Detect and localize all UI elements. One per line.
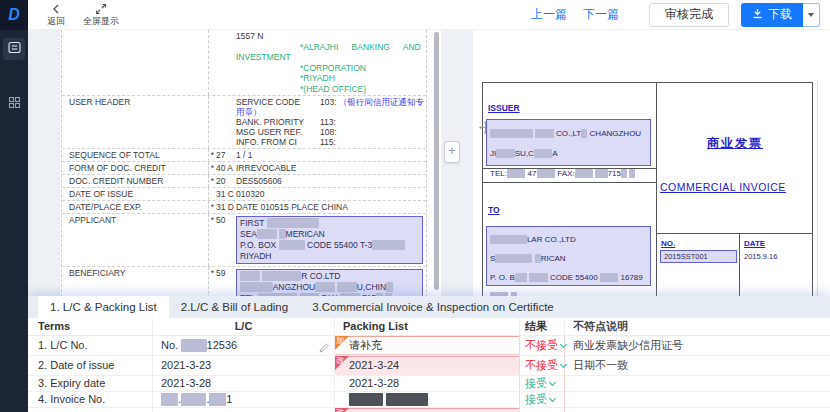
result-select[interactable]: 接受 (520, 376, 565, 391)
redacted-text: ████████ (267, 218, 319, 228)
lc-document-panel[interactable]: 1557 N*ALRAJHI BANKING ANDINVESTMENT*COR… (60, 30, 441, 296)
issuer-highlight-box[interactable]: ███████ ███ CO.,LT█ CHANGZHOU JI███SU,C█… (486, 119, 651, 166)
lc-value-cell: 2021-3-23 (153, 356, 335, 375)
panel-expand-button[interactable]: + (444, 141, 460, 163)
comparison-table: Terms L/C Packing List 结果 不符点说明 1. L/C N… (28, 318, 830, 412)
lc-value-cell: ██.███.██1 (153, 392, 335, 407)
swift-header-line: *ALRAJHI BANKING AND (236, 42, 424, 53)
comparison-row: 3. Expiry date2021-3-282021-3-28接受 (28, 376, 830, 392)
result-select (520, 408, 565, 412)
top-toolbar: 返回 全屏显示 上一篇 下一篇 审核完成 下载 (28, 0, 830, 30)
swift-header-line: *CORPORATION (236, 63, 424, 74)
lc-value-cell: No. ███12536 (153, 336, 335, 355)
invoice-vline (656, 83, 657, 296)
invoice-document-panel[interactable]: ISSUER ███████ ███ CO.,LT█ CHANGZHOU JI█… (473, 30, 830, 296)
swift-field-row: DOC. CREDIT NUMBER*20DES505606 (62, 175, 426, 188)
comparison-row: 2. Date of issue2021-3-23改2021-3-24不接受日期… (28, 356, 830, 376)
field-highlight-box[interactable]: FIRST ████████SEA███ █MERICANP.O. BOX ██… (236, 216, 423, 264)
header-packing-list: Packing List (335, 318, 520, 335)
result-select[interactable]: 不接受 (520, 336, 565, 355)
sidebar-item-document-review[interactable] (3, 38, 25, 60)
redacted-text: █ (581, 129, 587, 138)
redacted-text: █ (629, 169, 635, 178)
tab-1[interactable]: 1. L/C & Packing List (38, 296, 169, 318)
redacted-text: ██████ (490, 235, 527, 244)
redacted-text: ███ (337, 282, 357, 292)
back-button[interactable]: 返回 (47, 3, 65, 26)
tab-2[interactable]: 2.L/C & Bill of Lading (169, 296, 300, 318)
swift-header-line: *(HEAD OFFICE) (236, 84, 424, 95)
back-label: 返回 (47, 16, 65, 26)
back-chevron-icon (51, 3, 61, 16)
redacted-text: ██ (209, 393, 226, 406)
document-icon (8, 40, 21, 58)
invoice-date-value: 2015.9.16 (744, 252, 777, 261)
swift-field-row: DATE/PLACE EXP.*31 DDATE 010515 PLACE CH… (62, 201, 426, 214)
redacted-text: ██ (515, 273, 527, 282)
redacted-text: ███ (535, 129, 553, 138)
invoice-no-box[interactable]: 2015SST001 (660, 250, 737, 263)
result-select[interactable]: 接受 (520, 392, 565, 407)
app-logo: D (0, 0, 28, 30)
to-highlight-box[interactable]: ██████LAR CO.,LTDS██████ █RICANP. O. B██… (486, 226, 651, 286)
lc-value-cell: 2021-3-28 (153, 376, 335, 391)
user-header-entry: INFO. FROM CI115: (236, 137, 424, 147)
fullscreen-icon (95, 3, 107, 16)
document-scrollbar[interactable] (434, 32, 439, 290)
redacted-text: ███ (240, 271, 260, 281)
term-cell (28, 408, 153, 412)
swift-rows: SEQUENCE OF TOTAL*271 / 1FORM OF DOC. CR… (62, 149, 426, 296)
redacted-text: ██████ (495, 254, 532, 263)
swift-header-line: 1557 N (236, 31, 424, 42)
app-window: D 返回 全屏显示 上一篇 下一篇 审核完成 下载 (0, 0, 830, 412)
redacted-text: ███ (537, 169, 555, 178)
redacted-text: ███ (315, 282, 335, 292)
user-header-entry: BANK. PRIORITY113: (236, 117, 424, 127)
left-sidebar (0, 30, 28, 412)
review-complete-button[interactable]: 审核完成 (649, 3, 729, 27)
comparison-row: 改 (28, 408, 830, 412)
discrepancy-note-cell: 商业发票缺少信用证号 (565, 336, 830, 355)
packing-list-value-cell[interactable]: 加请补充 (335, 336, 520, 355)
fullscreen-button[interactable]: 全屏显示 (83, 3, 119, 26)
next-doc-link[interactable]: 下一篇 (583, 6, 619, 23)
swift-table: 1557 N*ALRAJHI BANKING ANDINVESTMENT*COR… (61, 30, 427, 296)
header-terms: Terms (28, 318, 153, 335)
redacted-text: ███ (507, 169, 525, 178)
previous-doc-link[interactable]: 上一篇 (531, 6, 567, 23)
swift-field-row: DATE OF ISSUE31 C010320 (62, 188, 426, 201)
grid-icon (8, 95, 21, 113)
download-menu-button[interactable] (803, 3, 820, 27)
redacted-text: █████ (240, 282, 273, 292)
tab-3[interactable]: 3.Commercial Invoice & Inspection on Cer… (300, 296, 566, 318)
swift-field-row: APPLICANT*50FIRST ████████SEA███ █MERICA… (62, 214, 426, 267)
issuer-lines: ███████ ███ CO.,LT█ CHANGZHOU JI███SU,C█… (487, 120, 650, 184)
header-result: 结果 (520, 318, 565, 335)
packing-list-value-cell[interactable]: ▓▓▓▓ ▓▓▓▓▓ (335, 392, 520, 407)
change-corner-badge: 加 (335, 336, 349, 350)
user-header-label: USER HEADER (62, 96, 208, 148)
swift-header-line: INVESTMENT (236, 52, 424, 63)
sidebar-item-apps[interactable] (3, 93, 25, 115)
term-cell: 2. Date of issue (28, 356, 153, 375)
packing-list-value-cell[interactable]: 改2021-3-24 (335, 356, 520, 375)
redacted-text: ███ (529, 273, 547, 282)
redacted-text: ██ (161, 393, 178, 406)
chevron-down-icon (549, 395, 556, 402)
discrepancy-note-cell (565, 392, 830, 407)
redacted-text: ███ (496, 149, 514, 158)
redacted-text: ███ (575, 169, 593, 178)
discrepancy-note-cell (565, 408, 830, 412)
packing-list-value-cell[interactable]: 2021-3-28 (335, 376, 520, 391)
download-button[interactable]: 下载 (741, 3, 803, 27)
packing-list-value-cell[interactable]: 改 (335, 408, 520, 412)
comparison-header-row: Terms L/C Packing List 结果 不符点说明 (28, 318, 830, 336)
term-cell: 1. L/C No. (28, 336, 153, 355)
comparison-tabs: 1. L/C & Packing List2.L/C & Bill of Lad… (28, 296, 830, 318)
result-select[interactable]: 不接受 (520, 356, 565, 375)
field-highlight-box[interactable]: ███ ██████R CO.LTD█████ANGZHOU███ ███U,C… (236, 269, 423, 296)
invoice-date-label: DATE (744, 239, 765, 248)
user-header-entry: SERVICE CODE103: （银行间信用证通知专用章） (236, 97, 424, 117)
swift-bank-lines: 1557 N*ALRAJHI BANKING ANDINVESTMENT*COR… (234, 30, 426, 95)
swift-bank-header-row: 1557 N*ALRAJHI BANKING ANDINVESTMENT*COR… (62, 30, 426, 96)
